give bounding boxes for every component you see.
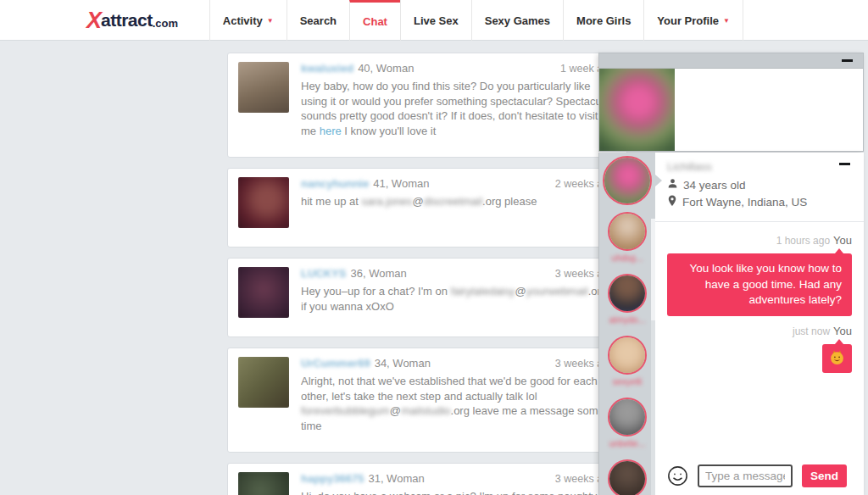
message-input[interactable]	[698, 464, 793, 487]
minimize-icon[interactable]	[842, 59, 853, 62]
message-card[interactable]: kwaluxied40, Woman1 week agoHey baby, ho…	[227, 53, 627, 158]
nav-item-live-sex[interactable]: Live Sex	[400, 0, 471, 41]
card-header: LUCKYS36, Woman3 weeks ago	[301, 267, 615, 280]
avatar-photo	[238, 62, 289, 113]
message-card[interactable]: nancyhunnie41, Woman2 weeks agohit me up…	[227, 168, 627, 248]
avatar-photo	[238, 177, 289, 228]
sender-username[interactable]: kwaluxied	[301, 62, 353, 75]
active-contact-avatar[interactable]	[603, 156, 652, 205]
message-text: Hi, do you have a webcam or a pic? I'm u…	[301, 489, 615, 495]
logo-x-mark: X	[86, 8, 100, 34]
message-time: just now	[793, 325, 830, 337]
chevron-down-icon: ▼	[723, 17, 730, 25]
message-card[interactable]: LUCKYS36, Woman3 weeks agoHey you–up for…	[227, 258, 627, 337]
nav-item-chat[interactable]: Chat	[349, 0, 400, 41]
contact-avatar[interactable]	[608, 398, 647, 437]
nav-item-label: Sexy Games	[485, 14, 550, 27]
avatar-photo	[608, 274, 647, 313]
send-button[interactable]: Send	[802, 464, 847, 487]
photo-window-header	[599, 53, 863, 69]
contact-rail-item[interactable]: atmydo...	[599, 274, 655, 325]
top-navbar: Xattract.com Activity▼SearchChatLive Sex…	[0, 0, 868, 41]
avatar-photo	[238, 267, 289, 318]
contact-avatar[interactable]	[608, 336, 647, 375]
nav-item-more-girls[interactable]: More Girls	[563, 0, 643, 41]
chat-content: Lichillass 34 years old Fort Wayne, Indi…	[655, 153, 864, 495]
message-sender: You	[833, 234, 852, 247]
message-link[interactable]: here	[320, 125, 342, 137]
message-card[interactable]: UrCummer6934, Woman3 weeks agoAlright, n…	[227, 348, 627, 453]
message-time: 1 hours ago	[776, 235, 830, 247]
message-segment: Hi, do you have a webcam or a pic? I'm u…	[301, 490, 597, 495]
contact-photo[interactable]	[599, 69, 675, 151]
blurred-email: discreetmail	[424, 195, 482, 208]
contact-name: atmydo...	[599, 314, 655, 325]
sender-avatar[interactable]	[238, 357, 289, 408]
chat-minimize-icon[interactable]	[839, 163, 850, 165]
contact-rail: uhdsg...atmydo...sexyelliunbelie...	[599, 153, 655, 495]
card-body: kwaluxied40, Woman1 week agoHey baby, ho…	[289, 62, 615, 138]
sender-username[interactable]: nancyhunnie	[301, 177, 369, 190]
site-logo[interactable]: Xattract.com	[86, 0, 178, 41]
blurred-email: foreverbubblegum	[301, 404, 390, 417]
message-segment: I know you'll love it	[342, 125, 437, 137]
nav-item-your-profile[interactable]: Your Profile▼	[643, 0, 743, 41]
contact-rail-item[interactable]: sexyelli	[599, 336, 655, 387]
emoji-picker-icon[interactable]	[667, 465, 688, 487]
contact-rail-item[interactable]	[599, 459, 655, 495]
sender-avatar[interactable]	[238, 62, 289, 113]
contact-age: 34 years old	[683, 179, 746, 192]
avatar-photo	[608, 212, 647, 251]
nav-item-search[interactable]: Search	[287, 0, 349, 41]
message-card[interactable]: happy3667531, Woman3 weeks agoHi, do you…	[227, 463, 627, 495]
sender-username[interactable]: LUCKYS	[301, 267, 346, 280]
avatar-photo	[608, 336, 647, 375]
message-meta: 1 hours agoYou	[776, 234, 852, 247]
card-body: nancyhunnie41, Woman2 weeks agohit me up…	[289, 177, 615, 228]
contact-avatar[interactable]	[608, 274, 647, 313]
sender-username[interactable]: UrCummer69	[301, 357, 370, 370]
sent-message-bubble: You look like you know how to have a goo…	[667, 253, 852, 316]
message-segment: @	[413, 195, 424, 208]
logo-name: attract	[101, 10, 153, 31]
message-segment: @	[390, 404, 401, 417]
sender-avatar[interactable]	[238, 267, 289, 318]
contact-avatar[interactable]	[608, 459, 647, 495]
message-meta: just nowYou	[793, 325, 852, 337]
photo-window	[598, 53, 864, 152]
chevron-down-icon: ▼	[267, 17, 274, 25]
chat-window: uhdsg...atmydo...sexyelliunbelie... Lich…	[598, 153, 864, 495]
message-text: hit me up at sara.jones@discreetmail.org…	[301, 194, 615, 209]
message-segment: .org please	[482, 195, 537, 208]
card-body: UrCummer6934, Woman3 weeks agoAlright, n…	[289, 357, 615, 433]
nav-item-activity[interactable]: Activity▼	[209, 0, 287, 41]
contact-rail-item[interactable]: unbelie...	[599, 398, 655, 448]
contact-rail-item[interactable]: uhdsg...	[599, 212, 655, 263]
avatar-photo	[238, 357, 289, 408]
sender-age-gender: 31, Woman	[368, 472, 424, 485]
message-segment: hit me up at	[301, 195, 362, 208]
nav-item-label: Search	[300, 14, 337, 27]
card-header: kwaluxied40, Woman1 week ago	[301, 62, 615, 75]
logo-tld: .com	[153, 17, 178, 30]
avatar-photo	[608, 459, 647, 495]
chat-messages: 1 hours agoYouYou look like you know how…	[655, 222, 864, 456]
message-segment: @	[515, 285, 526, 298]
message-text: Alright, not that we've established that…	[301, 374, 615, 433]
card-body: LUCKYS36, Woman3 weeks agoHey you–up for…	[289, 267, 615, 318]
nav-item-sexy-games[interactable]: Sexy Games	[471, 0, 563, 41]
card-header: UrCummer6934, Woman3 weeks ago	[301, 357, 615, 370]
sender-avatar[interactable]	[238, 472, 289, 495]
contact-profile-block: Lichillass 34 years old Fort Wayne, Indi…	[655, 153, 864, 222]
message-text: Hey you–up for a chat? I'm on fairytaled…	[301, 284, 615, 314]
blurred-email: mailstudio	[401, 404, 451, 417]
contact-age-row: 34 years old	[667, 178, 852, 192]
photo-window-body	[599, 69, 863, 151]
location-pin-icon	[667, 195, 677, 209]
sender-avatar[interactable]	[238, 177, 289, 228]
card-header: nancyhunnie41, Woman2 weeks ago	[301, 177, 615, 190]
contact-rail-list: uhdsg...atmydo...sexyelliunbelie...	[599, 212, 655, 495]
blurred-email: sara.jones	[362, 195, 413, 208]
sender-username[interactable]: happy36675	[301, 472, 364, 485]
contact-avatar[interactable]	[608, 212, 647, 251]
